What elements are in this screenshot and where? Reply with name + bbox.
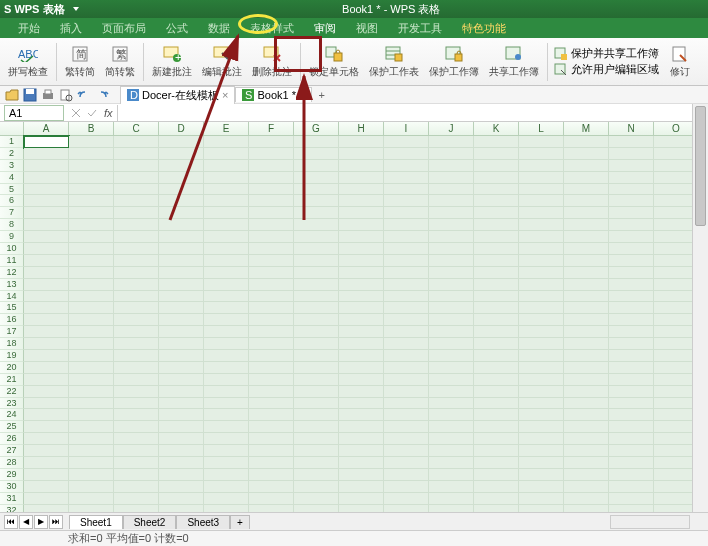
cell[interactable] xyxy=(159,433,204,445)
row-header[interactable]: 24 xyxy=(0,409,24,421)
cell[interactable] xyxy=(69,469,114,481)
cell[interactable] xyxy=(159,231,204,243)
cell[interactable] xyxy=(159,148,204,160)
column-header[interactable]: L xyxy=(519,122,564,136)
cell[interactable] xyxy=(609,409,654,421)
protect-share-workbook-button[interactable]: 保护并共享工作簿 xyxy=(554,46,659,61)
add-sheet-button[interactable]: + xyxy=(230,515,250,529)
cell[interactable] xyxy=(159,219,204,231)
cell[interactable] xyxy=(429,326,474,338)
cell[interactable] xyxy=(114,231,159,243)
cell[interactable] xyxy=(474,338,519,350)
row-header[interactable]: 3 xyxy=(0,160,24,172)
cell[interactable] xyxy=(114,184,159,196)
allow-edit-ranges-button[interactable]: 允许用户编辑区域 xyxy=(554,62,659,77)
cell[interactable] xyxy=(69,255,114,267)
cell[interactable] xyxy=(609,445,654,457)
cell[interactable] xyxy=(609,326,654,338)
cell[interactable] xyxy=(24,433,69,445)
cell[interactable] xyxy=(69,184,114,196)
cell[interactable] xyxy=(69,172,114,184)
cell[interactable] xyxy=(384,195,429,207)
cell[interactable] xyxy=(24,219,69,231)
cell[interactable] xyxy=(609,195,654,207)
cell[interactable] xyxy=(609,291,654,303)
menu-review[interactable]: 审阅 xyxy=(304,19,346,38)
cell[interactable] xyxy=(204,338,249,350)
cell[interactable] xyxy=(294,338,339,350)
cell[interactable] xyxy=(339,374,384,386)
cell[interactable] xyxy=(474,195,519,207)
lock-cell-button[interactable]: 锁定单元格 xyxy=(305,40,363,84)
cell[interactable] xyxy=(339,231,384,243)
cell[interactable] xyxy=(429,219,474,231)
cell[interactable] xyxy=(519,136,564,148)
select-all-corner[interactable] xyxy=(0,122,24,136)
cell[interactable] xyxy=(114,398,159,410)
cell[interactable] xyxy=(24,445,69,457)
row-header[interactable]: 20 xyxy=(0,362,24,374)
cell[interactable] xyxy=(24,421,69,433)
row-header[interactable]: 4 xyxy=(0,172,24,184)
cell[interactable] xyxy=(114,243,159,255)
cell[interactable] xyxy=(429,362,474,374)
cell[interactable] xyxy=(24,302,69,314)
cell[interactable] xyxy=(159,386,204,398)
cell[interactable] xyxy=(429,184,474,196)
cell[interactable] xyxy=(24,398,69,410)
cell[interactable] xyxy=(249,279,294,291)
cell[interactable] xyxy=(429,350,474,362)
new-tab-button[interactable]: + xyxy=(312,88,330,102)
menu-formulas[interactable]: 公式 xyxy=(156,19,198,38)
menu-data[interactable]: 数据 xyxy=(198,19,240,38)
cell[interactable] xyxy=(474,148,519,160)
cell[interactable] xyxy=(609,433,654,445)
cell[interactable] xyxy=(474,219,519,231)
doctab-docer[interactable]: D Docer-在线模板 × xyxy=(120,86,235,104)
edit-comment-button[interactable]: 编辑批注 xyxy=(198,40,246,84)
cell[interactable] xyxy=(429,302,474,314)
cell[interactable] xyxy=(339,172,384,184)
cell[interactable] xyxy=(474,362,519,374)
cell[interactable] xyxy=(69,350,114,362)
cell[interactable] xyxy=(429,160,474,172)
row-header[interactable]: 13 xyxy=(0,279,24,291)
cell[interactable] xyxy=(564,160,609,172)
cell[interactable] xyxy=(69,302,114,314)
cell[interactable] xyxy=(519,302,564,314)
row-header[interactable]: 8 xyxy=(0,219,24,231)
row-header[interactable]: 17 xyxy=(0,326,24,338)
cell[interactable] xyxy=(384,219,429,231)
cell[interactable] xyxy=(564,243,609,255)
cell[interactable] xyxy=(384,243,429,255)
cell[interactable] xyxy=(339,326,384,338)
cell[interactable] xyxy=(474,409,519,421)
cell[interactable] xyxy=(384,386,429,398)
row-header[interactable]: 12 xyxy=(0,267,24,279)
cell[interactable] xyxy=(474,231,519,243)
cell[interactable] xyxy=(384,421,429,433)
cell[interactable] xyxy=(204,279,249,291)
cell[interactable] xyxy=(114,433,159,445)
cell[interactable] xyxy=(609,386,654,398)
cell[interactable] xyxy=(249,207,294,219)
cell[interactable] xyxy=(564,279,609,291)
cell[interactable] xyxy=(249,409,294,421)
column-header[interactable]: D xyxy=(159,122,204,136)
next-sheet-button[interactable]: ▶ xyxy=(34,515,48,529)
cell[interactable] xyxy=(204,409,249,421)
cell[interactable] xyxy=(384,409,429,421)
protect-workbook-button[interactable]: 保护工作簿 xyxy=(425,40,483,84)
cell[interactable] xyxy=(429,148,474,160)
cell[interactable] xyxy=(249,184,294,196)
cell[interactable] xyxy=(519,160,564,172)
cell[interactable] xyxy=(339,207,384,219)
cell[interactable] xyxy=(474,386,519,398)
cell[interactable] xyxy=(609,493,654,505)
cell[interactable] xyxy=(24,207,69,219)
cell[interactable] xyxy=(474,243,519,255)
cell[interactable] xyxy=(474,398,519,410)
cell[interactable] xyxy=(69,195,114,207)
row-header[interactable]: 26 xyxy=(0,433,24,445)
cell[interactable] xyxy=(24,291,69,303)
